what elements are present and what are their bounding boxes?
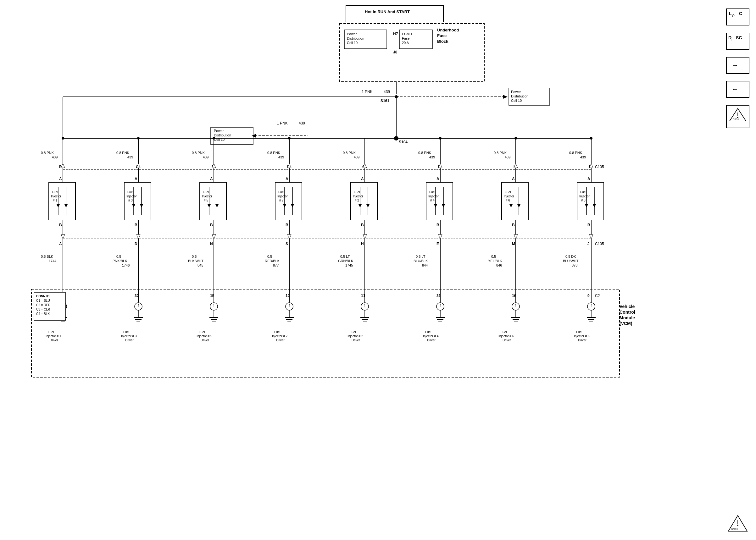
svg-text:Fuel: Fuel bbox=[576, 330, 582, 334]
svg-text:D: D bbox=[728, 35, 731, 40]
svg-text:846: 846 bbox=[496, 263, 502, 267]
svg-text:Fuel: Fuel bbox=[580, 191, 586, 194]
svg-text:845: 845 bbox=[198, 263, 203, 267]
svg-text:Fuel: Fuel bbox=[278, 191, 284, 194]
svg-text:OBD II: OBD II bbox=[731, 528, 738, 530]
svg-text:Injector: Injector bbox=[504, 195, 514, 198]
svg-text:0.5: 0.5 bbox=[267, 255, 272, 258]
svg-text:L: L bbox=[729, 11, 732, 16]
svg-text:# 1: # 1 bbox=[53, 199, 57, 202]
svg-text:B: B bbox=[286, 223, 288, 227]
svg-text:←: ← bbox=[731, 85, 738, 93]
svg-text:B: B bbox=[436, 223, 439, 227]
svg-text:0.8 PNK: 0.8 PNK bbox=[494, 151, 507, 155]
svg-text:Injector: Injector bbox=[202, 195, 212, 198]
svg-text:Cell 10: Cell 10 bbox=[511, 99, 522, 102]
svg-text:S104: S104 bbox=[399, 140, 407, 144]
svg-text:H7: H7 bbox=[393, 32, 398, 36]
svg-text:Fuel: Fuel bbox=[505, 191, 511, 194]
svg-text:Fuel: Fuel bbox=[52, 191, 58, 194]
svg-text:A: A bbox=[210, 177, 213, 181]
svg-text:878: 878 bbox=[572, 263, 577, 267]
svg-text:439: 439 bbox=[203, 155, 209, 159]
svg-text:439: 439 bbox=[580, 155, 586, 159]
svg-text:Injector # 1: Injector # 1 bbox=[46, 335, 61, 338]
svg-text:C1 = BLU: C1 = BLU bbox=[36, 299, 50, 302]
svg-text:Fuse: Fuse bbox=[437, 33, 447, 38]
svg-text:1745: 1745 bbox=[345, 263, 353, 267]
svg-text:Fuel: Fuel bbox=[274, 330, 280, 334]
svg-text:Fuel: Fuel bbox=[199, 330, 205, 334]
svg-text:439: 439 bbox=[52, 155, 58, 159]
svg-text:A: A bbox=[587, 177, 590, 181]
svg-text:B: B bbox=[210, 223, 213, 227]
svg-text:Cell 10: Cell 10 bbox=[347, 41, 358, 45]
svg-text:O: O bbox=[732, 14, 735, 18]
svg-text:# 2: # 2 bbox=[355, 199, 359, 202]
svg-text:Distribution: Distribution bbox=[347, 37, 364, 40]
svg-text:Injector: Injector bbox=[277, 195, 288, 198]
svg-text:Module: Module bbox=[620, 315, 635, 320]
svg-text:CONN ID: CONN ID bbox=[36, 295, 49, 298]
svg-text:0.5 LT: 0.5 LT bbox=[416, 255, 425, 258]
svg-text:9: 9 bbox=[587, 294, 590, 298]
svg-text:Control: Control bbox=[620, 310, 635, 315]
svg-text:Underhood: Underhood bbox=[437, 28, 459, 32]
svg-text:# 3: # 3 bbox=[128, 199, 133, 202]
svg-text:E: E bbox=[436, 242, 439, 246]
svg-text:Fuel: Fuel bbox=[501, 330, 507, 334]
svg-text:Driver: Driver bbox=[276, 338, 285, 342]
svg-text:E: E bbox=[731, 38, 734, 42]
svg-text:0.5: 0.5 bbox=[491, 255, 496, 258]
svg-text:0.8 PNK: 0.8 PNK bbox=[41, 151, 54, 155]
svg-text:Fuel: Fuel bbox=[127, 191, 133, 194]
svg-text:ECM 1: ECM 1 bbox=[402, 32, 413, 36]
svg-text:Fuel: Fuel bbox=[123, 330, 129, 334]
svg-text:GRN/BLK: GRN/BLK bbox=[338, 259, 354, 263]
svg-text:A: A bbox=[135, 177, 137, 181]
svg-text:0.5 LT: 0.5 LT bbox=[340, 255, 350, 258]
svg-text:0.8 PNK: 0.8 PNK bbox=[569, 151, 582, 155]
svg-text:0.5: 0.5 bbox=[116, 255, 121, 258]
svg-text:B: B bbox=[361, 223, 364, 227]
svg-text:(VCM): (VCM) bbox=[620, 321, 632, 326]
svg-text:0.8 PNK: 0.8 PNK bbox=[343, 151, 356, 155]
svg-text:C: C bbox=[739, 11, 742, 16]
svg-text:M: M bbox=[512, 242, 515, 246]
svg-text:Driver: Driver bbox=[201, 338, 209, 342]
svg-text:0.8 PNK: 0.8 PNK bbox=[116, 151, 130, 155]
svg-text:S: S bbox=[286, 242, 288, 246]
svg-text:# 8: # 8 bbox=[581, 199, 586, 202]
svg-text:A: A bbox=[361, 177, 364, 181]
svg-point-353 bbox=[737, 117, 738, 118]
svg-text:20 A: 20 A bbox=[402, 41, 409, 45]
svg-text:D: D bbox=[135, 242, 137, 246]
svg-text:Distribution: Distribution bbox=[511, 94, 528, 98]
svg-text:0.5: 0.5 bbox=[192, 255, 197, 258]
diagram-container: Hot In RUN And START Power Distribution … bbox=[0, 0, 756, 540]
svg-text:S161: S161 bbox=[380, 99, 389, 103]
svg-text:439: 439 bbox=[384, 89, 390, 94]
svg-text:Fuel: Fuel bbox=[350, 330, 356, 334]
svg-text:Injector # 2: Injector # 2 bbox=[348, 335, 363, 338]
svg-text:SC: SC bbox=[736, 35, 742, 40]
svg-text:439: 439 bbox=[429, 155, 435, 159]
svg-text:439: 439 bbox=[354, 155, 360, 159]
svg-text:Injector: Injector bbox=[428, 195, 439, 198]
svg-text:# 6: # 6 bbox=[506, 199, 510, 202]
svg-text:0.8 PNK: 0.8 PNK bbox=[418, 151, 431, 155]
svg-text:Fuel: Fuel bbox=[425, 330, 431, 334]
svg-text:1 PNK: 1 PNK bbox=[277, 121, 288, 125]
svg-text:Injector # 4: Injector # 4 bbox=[423, 335, 439, 338]
svg-text:Driver: Driver bbox=[50, 338, 58, 342]
svg-text:PNK/BLK: PNK/BLK bbox=[112, 259, 127, 263]
svg-text:Injector: Injector bbox=[579, 195, 590, 198]
svg-rect-237 bbox=[32, 289, 620, 377]
svg-text:A: A bbox=[59, 177, 62, 181]
svg-text:844: 844 bbox=[422, 263, 428, 267]
svg-text:Power: Power bbox=[511, 90, 521, 94]
svg-text:J8: J8 bbox=[393, 50, 397, 55]
svg-text:0.5 DK: 0.5 DK bbox=[565, 255, 576, 258]
svg-text:B: B bbox=[587, 223, 590, 227]
svg-text:C3 = CLR: C3 = CLR bbox=[36, 308, 50, 311]
